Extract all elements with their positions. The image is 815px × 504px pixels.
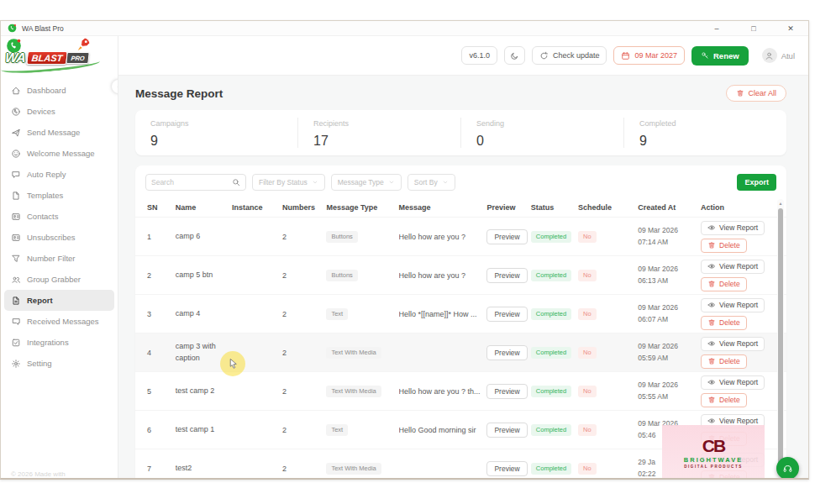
sidebar-item-contacts[interactable]: Contacts bbox=[4, 206, 114, 227]
page-header: Message Report Clear All bbox=[135, 85, 786, 102]
minimize-button[interactable]: – bbox=[711, 24, 723, 33]
chevron-down-icon bbox=[388, 179, 395, 186]
cell-message: Hello how are you ? th... bbox=[399, 387, 487, 396]
scroll-up-arrow[interactable]: ▲ bbox=[777, 199, 784, 207]
user-menu[interactable]: Atul bbox=[762, 48, 795, 63]
preview-button[interactable]: Preview bbox=[486, 423, 527, 438]
preview-button[interactable]: Preview bbox=[486, 345, 527, 360]
cell-created-at: 09 Mar 202607:14 AM bbox=[638, 225, 701, 248]
cell-message-type: Text With Media bbox=[326, 463, 398, 475]
preview-button[interactable]: Preview bbox=[486, 229, 527, 244]
clear-all-button[interactable]: Clear All bbox=[726, 85, 786, 102]
column-header-sn: SN bbox=[147, 203, 176, 212]
cell-message-type: Buttons bbox=[326, 231, 398, 243]
sidebar-item-received-messages[interactable]: Received Messages bbox=[4, 311, 114, 332]
page-title: Message Report bbox=[135, 87, 223, 100]
delete-button[interactable]: Delete bbox=[701, 316, 747, 330]
delete-button[interactable]: Delete bbox=[701, 239, 747, 253]
cell-numbers: 2 bbox=[282, 310, 326, 318]
sidebar-item-group-grabber[interactable]: Group Grabber bbox=[4, 269, 114, 290]
home-icon bbox=[11, 86, 21, 96]
preview-button[interactable]: Preview bbox=[486, 384, 527, 399]
preview-button[interactable]: Preview bbox=[486, 307, 527, 322]
sidebar-item-number-filter[interactable]: Number Filter bbox=[4, 248, 114, 269]
cell-numbers: 2 bbox=[282, 349, 326, 357]
view-report-button[interactable]: View Report bbox=[701, 375, 765, 390]
sidebar-item-integrations[interactable]: Integrations bbox=[4, 332, 114, 353]
brightwave-logo: CB bbox=[702, 437, 724, 454]
close-button[interactable]: ✕ bbox=[785, 24, 797, 33]
contact-card-icon bbox=[11, 233, 21, 243]
dark-mode-toggle[interactable] bbox=[504, 46, 525, 65]
sort-by-dropdown[interactable]: Sort By bbox=[408, 174, 455, 191]
table-row: 4camp 3 with caption2Text With MediaPrev… bbox=[135, 333, 786, 372]
screen: WA Blast Pro – □ ✕ WA BLAST PRO bbox=[0, 0, 815, 504]
cell-message-type: Text With Media bbox=[326, 386, 398, 397]
logo-pro: PRO bbox=[66, 52, 90, 64]
sidebar-item-auto-reply[interactable]: Auto Reply bbox=[4, 164, 114, 185]
view-report-button[interactable]: View Report bbox=[701, 260, 765, 274]
preview-button[interactable]: Preview bbox=[486, 268, 527, 283]
scrollbar-thumb[interactable] bbox=[778, 208, 783, 466]
sidebar: WA BLAST PRO DashboardDevicesSend Messag… bbox=[1, 36, 118, 478]
sidebar-item-label: Number Filter bbox=[27, 254, 76, 263]
cell-numbers: 2 bbox=[282, 233, 326, 241]
cell-sn: 2 bbox=[147, 271, 176, 280]
search-input[interactable] bbox=[151, 178, 229, 186]
cell-action: View ReportDelete bbox=[701, 337, 776, 369]
support-fab-button[interactable] bbox=[776, 457, 799, 478]
cell-message-type: Text bbox=[326, 424, 398, 436]
cell-sn: 5 bbox=[147, 387, 176, 396]
message-type-badge: Text bbox=[326, 308, 348, 320]
table-scrollbar[interactable]: ▲ bbox=[777, 199, 784, 478]
cell-name: camp 4 bbox=[176, 308, 232, 320]
license-date-chip[interactable]: 09 Mar 2027 bbox=[613, 46, 685, 65]
sidebar-item-devices[interactable]: Devices bbox=[4, 101, 114, 122]
app-window: WA Blast Pro – □ ✕ WA BLAST PRO bbox=[0, 20, 809, 480]
key-icon bbox=[701, 51, 709, 60]
table-row: 3camp 42TextHello *[[name]]* How ...Prev… bbox=[135, 295, 786, 333]
eye-icon bbox=[707, 417, 716, 425]
delete-button[interactable]: Delete bbox=[701, 354, 747, 369]
stats-card: Campaigns9Recipients17Sending0Completed9 bbox=[135, 110, 786, 155]
view-report-button[interactable]: View Report bbox=[701, 337, 765, 351]
trash-icon bbox=[707, 241, 716, 249]
send-icon bbox=[11, 128, 21, 138]
trash-icon bbox=[707, 318, 716, 327]
message-type-dropdown[interactable]: Message Type bbox=[331, 174, 402, 191]
maximize-button[interactable]: □ bbox=[748, 24, 760, 33]
export-button[interactable]: Export bbox=[737, 174, 776, 191]
view-report-button[interactable]: View Report bbox=[701, 221, 765, 235]
eye-icon bbox=[707, 262, 716, 270]
sidebar-nav: DashboardDevicesSend MessageWelcome Mess… bbox=[1, 78, 118, 374]
check-update-button[interactable]: Check update bbox=[532, 46, 607, 65]
sidebar-item-dashboard[interactable]: Dashboard bbox=[4, 80, 114, 101]
sidebar-item-setting[interactable]: Setting bbox=[4, 353, 114, 374]
sidebar-item-label: Received Messages bbox=[27, 317, 99, 326]
headphones-icon bbox=[782, 463, 793, 474]
message-type-badge: Buttons bbox=[326, 270, 357, 281]
sidebar-item-templates[interactable]: Templates bbox=[4, 185, 114, 206]
status-badge: Completed bbox=[531, 231, 571, 243]
stat-completed: Completed9 bbox=[623, 118, 786, 148]
status-badge: Completed bbox=[531, 347, 571, 359]
sidebar-item-unsubscribes[interactable]: Unsubscribes bbox=[4, 227, 114, 248]
cell-message: Hello *[[name]]* How ... bbox=[399, 310, 487, 318]
filter-row: Filter By Status Message Type Sort By bbox=[135, 165, 786, 197]
renew-button[interactable]: Renew bbox=[691, 46, 749, 66]
sidebar-item-welcome-message[interactable]: Welcome Message bbox=[4, 143, 114, 164]
sidebar-item-report[interactable]: Report bbox=[4, 290, 114, 311]
trash-icon bbox=[707, 357, 716, 365]
view-report-button[interactable]: View Report bbox=[701, 298, 765, 312]
sidebar-item-send-message[interactable]: Send Message bbox=[4, 122, 114, 143]
schedule-badge: No bbox=[578, 308, 597, 320]
cell-numbers: 2 bbox=[282, 465, 326, 473]
message-type-badge: Text With Media bbox=[326, 463, 381, 475]
person-icon bbox=[765, 51, 774, 60]
cell-created-at: 09 Mar 202605:55 AM bbox=[638, 380, 701, 402]
delete-button[interactable]: Delete bbox=[701, 393, 747, 407]
filter-by-status-dropdown[interactable]: Filter By Status bbox=[252, 174, 325, 191]
preview-button[interactable]: Preview bbox=[486, 461, 527, 476]
cell-message: Hello how are you ? bbox=[399, 233, 487, 241]
delete-button[interactable]: Delete bbox=[701, 277, 747, 291]
